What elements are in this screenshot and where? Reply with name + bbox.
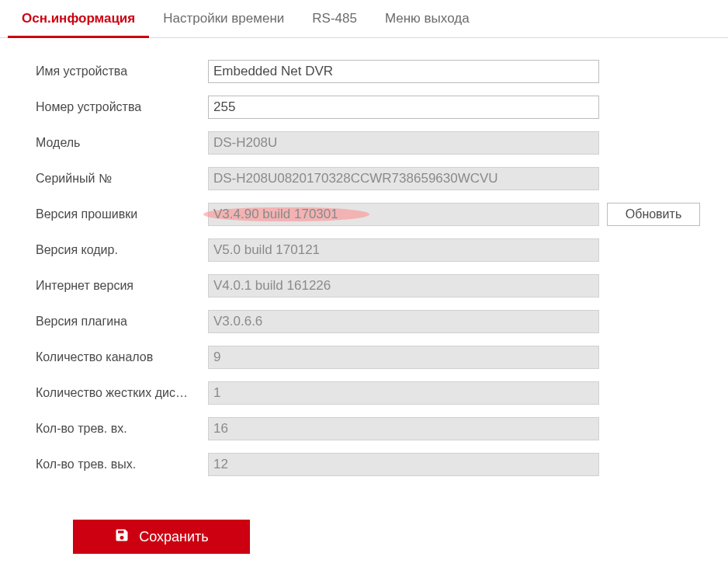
field-web-version <box>208 274 599 297</box>
firmware-field-wrap <box>208 203 599 226</box>
label-encoding: Версия кодир. <box>36 243 208 257</box>
label-device-name: Имя устройства <box>36 64 208 78</box>
field-channel-count <box>208 346 599 369</box>
field-alarm-in <box>208 417 599 440</box>
field-plugin-version <box>208 310 599 333</box>
field-firmware <box>208 203 599 226</box>
field-hdd-count <box>208 381 599 405</box>
tabs-bar: Осн.информация Настройки времени RS-485 … <box>0 0 728 38</box>
save-icon <box>114 527 130 547</box>
label-model: Модель <box>36 136 208 150</box>
label-alarm-out: Кол-во трев. вых. <box>36 457 208 471</box>
save-button[interactable]: Сохранить <box>73 520 250 554</box>
label-plugin-version: Версия плагина <box>36 315 208 329</box>
save-button-label: Сохранить <box>139 529 208 545</box>
tab-exit-menu[interactable]: Меню выхода <box>371 0 484 38</box>
input-device-no[interactable] <box>208 96 599 119</box>
label-device-no: Номер устройства <box>36 100 208 114</box>
form-area: Имя устройства Номер устройства Модель С… <box>0 38 728 554</box>
field-encoding <box>208 238 599 262</box>
tab-rs485[interactable]: RS-485 <box>298 0 371 38</box>
label-channel-count: Количество каналов <box>36 350 208 364</box>
field-alarm-out <box>208 453 599 476</box>
tab-time-settings[interactable]: Настройки времени <box>149 0 298 38</box>
update-button[interactable]: Обновить <box>607 203 700 226</box>
field-serial <box>208 167 599 190</box>
input-device-name[interactable] <box>208 60 599 83</box>
label-serial: Серийный № <box>36 172 208 186</box>
label-hdd-count: Количество жестких дис… <box>36 386 208 400</box>
label-alarm-in: Кол-во трев. вх. <box>36 422 208 436</box>
tab-basic-info[interactable]: Осн.информация <box>8 0 149 38</box>
label-firmware: Версия прошивки <box>36 207 208 221</box>
field-model <box>208 131 599 155</box>
label-web-version: Интернет версия <box>36 279 208 293</box>
